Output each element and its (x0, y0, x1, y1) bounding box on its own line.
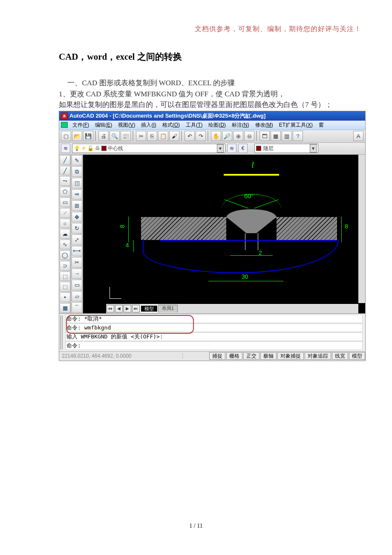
paragraph-2: 如果想让复制的图形是黑白的，可以在图层管理器里面把图层颜色改为白色（7 号）； (59, 100, 333, 110)
color-swatch (256, 146, 261, 151)
help-icon[interactable]: ? (293, 131, 303, 141)
copy-icon[interactable]: ⎘ (147, 131, 157, 141)
status-ortho[interactable]: 正交 (243, 352, 259, 360)
pan-icon[interactable]: ✋ (211, 131, 221, 141)
polygon-icon[interactable]: ⬠ (60, 187, 70, 197)
ellipse-icon[interactable]: ◯ (60, 250, 70, 260)
rectangle-icon[interactable]: ▭ (60, 197, 70, 207)
revcloud-icon[interactable]: ☁ (60, 229, 70, 239)
doc-title: CAD，word，excel 之间的转换 (59, 51, 333, 63)
extend-icon[interactable]: → (72, 269, 82, 279)
scrollbar-vertical[interactable] (358, 155, 365, 303)
insert-block-icon[interactable]: ⬚ (60, 272, 70, 281)
menu-tools[interactable]: 工具(T) (183, 121, 205, 129)
fillet-icon[interactable]: ⌒ (72, 302, 82, 313)
zoom-realtime-icon[interactable]: 🔎 (222, 131, 232, 141)
chamfer-icon[interactable]: ▱ (72, 291, 82, 302)
rotate-icon[interactable]: ↻ (72, 223, 82, 234)
preview-icon[interactable]: 🔍 (110, 131, 120, 141)
status-lwt[interactable]: 线宽 (332, 352, 348, 360)
menu-window[interactable]: 窗 (316, 121, 327, 129)
menu-file[interactable]: 文件(F) (69, 121, 92, 129)
layer-prev-icon[interactable]: ≋ (227, 144, 236, 153)
cut-icon[interactable]: ✂ (136, 131, 146, 141)
status-otrack[interactable]: 对象追踪 (305, 352, 331, 360)
layer-dropdown[interactable]: 💡 ☀ 🔓 🖶 中心线 ▾ (72, 144, 225, 153)
erase-icon[interactable]: ✎ (72, 155, 82, 166)
tab-prev-icon[interactable]: ◀ (115, 305, 123, 312)
undo-icon[interactable]: ↶ (184, 131, 195, 141)
xline-icon[interactable]: ╱ (60, 166, 70, 176)
move-icon[interactable]: ✥ (72, 212, 82, 223)
arc-icon[interactable]: ⟋ (60, 208, 70, 218)
status-osnap[interactable]: 对象捕捉 (277, 352, 304, 360)
point-icon[interactable]: • (60, 292, 70, 302)
color-dropdown[interactable]: 随层 ▾ (254, 144, 318, 153)
zoom-window-icon[interactable]: ⊕ (233, 131, 243, 141)
zoom-prev-icon[interactable]: ⊖ (244, 131, 254, 141)
layer-states-icon[interactable]: € (238, 144, 248, 153)
command-line-area[interactable]: 命令: *取消* 命令: wmfbkgnd 输入 WMFBKGND 的新值 <关… (59, 313, 365, 351)
menu-draw[interactable]: 绘图(D) (205, 121, 229, 129)
new-icon[interactable]: ▢ (61, 131, 71, 141)
publish-icon[interactable]: 📰 (121, 131, 131, 141)
menu-modify[interactable]: 修改(M) (252, 121, 276, 129)
viewport[interactable]: I 60° 8 8 4 2 3 (83, 155, 365, 313)
make-block-icon[interactable]: ⬚ (60, 282, 70, 292)
pline-icon[interactable]: ⤳ (60, 176, 70, 186)
spline-icon[interactable]: ∿ (60, 240, 70, 249)
toolbar-layers: ≋ 💡 ☀ 🔓 🖶 中心线 ▾ ≋ € 随层 ▾ (59, 143, 365, 155)
status-grid[interactable]: 栅格 (226, 352, 242, 360)
mirror-icon[interactable]: ◫ (72, 178, 82, 188)
offset-icon[interactable]: ⥤ (72, 189, 82, 200)
menu-et-tools[interactable]: ET扩展工具(X) (276, 121, 316, 129)
menu-dimension[interactable]: 标注(N) (229, 121, 252, 129)
color-label: 随层 (263, 145, 274, 152)
menu-edit[interactable]: 编辑(E) (92, 121, 115, 129)
dim-ext-4 (133, 240, 134, 252)
tab-model[interactable]: 模型 (140, 305, 158, 312)
status-model[interactable]: 模型 (349, 352, 365, 360)
match-icon[interactable]: 🖌 (169, 131, 179, 141)
stretch-icon[interactable]: ⟷ (72, 246, 82, 257)
trim-icon[interactable]: ✂ (72, 257, 82, 268)
scale-icon[interactable]: ⤢ (72, 234, 82, 245)
hatch-icon[interactable]: ▦ (60, 303, 70, 313)
tab-first-icon[interactable]: ⏮ (107, 305, 114, 312)
window-titlebar: a AutoCAD 2004 - [C:\Documents and Setti… (59, 111, 365, 121)
cmd-history-1: 命令: *取消* (65, 315, 363, 323)
v-groove (226, 217, 277, 233)
status-snap[interactable]: 捕捉 (209, 352, 225, 360)
cmd-prompt[interactable]: 命令: (65, 341, 363, 350)
status-polar[interactable]: 极轴 (260, 352, 277, 360)
save-icon[interactable]: 💾 (83, 131, 93, 141)
copy-obj-icon[interactable]: ⧉ (72, 166, 82, 177)
lock-icon: 🔓 (87, 145, 94, 151)
properties-icon[interactable]: 🗔 (259, 131, 270, 141)
open-icon[interactable]: 📂 (72, 131, 82, 141)
ellipse-arc-icon[interactable]: ⊃ (60, 261, 70, 271)
menu-insert[interactable]: 插入(I) (138, 121, 159, 129)
grip-icon[interactable] (60, 315, 63, 350)
paste-icon[interactable]: 📋 (158, 131, 168, 141)
circle-icon[interactable]: ○ (60, 219, 70, 228)
tab-last-icon[interactable]: ⏭ (132, 305, 140, 312)
chevron-down-icon[interactable]: ▾ (217, 144, 224, 153)
menu-view[interactable]: 视图(V) (115, 121, 138, 129)
tab-next-icon[interactable]: ▶ (124, 305, 131, 312)
layer-manager-icon[interactable]: ≋ (61, 144, 70, 153)
tool-palette-icon[interactable]: ▥ (282, 131, 292, 141)
design-center-icon[interactable]: ▦ (271, 131, 281, 141)
redo-icon[interactable]: ↷ (196, 131, 206, 141)
menu-format[interactable]: 格式(O) (159, 121, 183, 129)
print-icon[interactable]: 🖨 (98, 131, 109, 141)
cmd-history-2: 命令: wmfbkgnd (65, 324, 363, 332)
chevron-down-icon[interactable]: ▾ (310, 144, 317, 153)
break-icon[interactable]: ▭ (72, 280, 82, 290)
line-icon[interactable]: ╱ (60, 155, 70, 165)
centerline-yellow (224, 174, 279, 176)
tab-layout1[interactable]: 布局1 (158, 305, 178, 312)
text-style-icon[interactable]: A (353, 131, 363, 141)
array-icon[interactable]: ⊞ (72, 200, 82, 211)
drawing-canvas[interactable]: ╱ ╱ ⤳ ⬠ ▭ ⟋ ○ ☁ ∿ ◯ ⊃ ⬚ ⬚ • ▦ ✎ ⧉ ◫ (59, 155, 365, 313)
